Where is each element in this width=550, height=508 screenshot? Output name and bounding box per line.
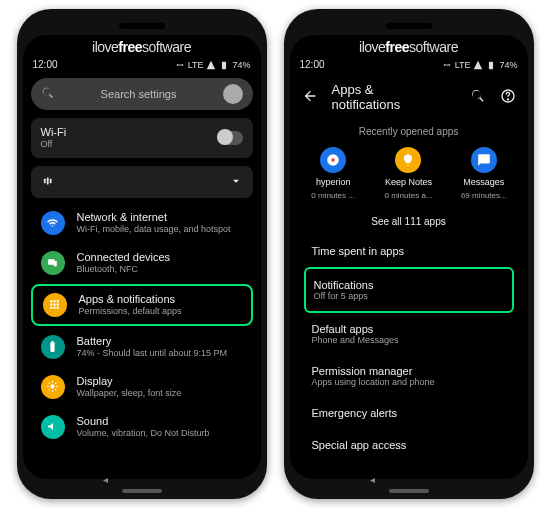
app-icon [395, 147, 421, 173]
row-subtitle: 74% - Should last until about 9:15 PM [77, 348, 228, 359]
apps-row-time-spent-in-apps[interactable]: Time spent in apps [304, 235, 514, 267]
row-subtitle: Apps using location and phone [312, 377, 506, 387]
page-header: Apps & notifications [290, 74, 528, 120]
row-title: Connected devices [77, 251, 171, 264]
avatar[interactable] [223, 84, 243, 104]
settings-list: Network & internetWi-Fi, mobile, data us… [23, 202, 261, 479]
svg-rect-10 [57, 301, 59, 303]
battery-icon [41, 335, 65, 359]
row-subtitle: Bluetooth, NFC [77, 264, 171, 275]
row-title: Notifications [314, 279, 504, 291]
back-icon[interactable]: ◂ [103, 474, 108, 485]
wifi-label: Wi-Fi [41, 126, 67, 139]
row-title: Default apps [312, 323, 506, 335]
wifi-quick-toggle[interactable]: Wi-Fi Off [31, 118, 253, 158]
display-icon [41, 375, 65, 399]
status-bar: 12:00 LTE 74% [290, 57, 528, 74]
wifi-icon [41, 211, 65, 235]
app-usage: 0 minutes a... [384, 191, 432, 200]
row-title: Special app access [312, 439, 506, 451]
row-subtitle: Phone and Messages [312, 335, 506, 345]
brand: ilovefreesoftware [290, 35, 528, 57]
svg-point-24 [507, 98, 508, 99]
svg-rect-12 [53, 304, 55, 306]
svg-rect-9 [53, 301, 55, 303]
row-title: Display [77, 375, 182, 388]
apps-row-emergency-alerts[interactable]: Emergency alerts [304, 397, 514, 429]
svg-rect-15 [53, 307, 55, 309]
row-title: Apps & notifications [79, 293, 182, 306]
row-title: Time spent in apps [312, 245, 506, 257]
chevron-down-icon [229, 174, 243, 190]
volume-quick-row[interactable] [31, 166, 253, 198]
apps-notifications-list: Time spent in appsNotificationsOff for 5… [290, 235, 528, 461]
app-icon [471, 147, 497, 173]
search-settings[interactable]: Search settings [31, 78, 253, 110]
recent-app-keep-notes[interactable]: Keep Notes0 minutes a... [378, 147, 438, 200]
svg-rect-14 [50, 307, 52, 309]
volume-icon [41, 174, 55, 190]
row-title: Battery [77, 335, 228, 348]
svg-rect-16 [57, 307, 59, 309]
settings-row-devices[interactable]: Connected devicesBluetooth, NFC [31, 244, 253, 282]
settings-row-wifi[interactable]: Network & internetWi-Fi, mobile, data us… [31, 204, 253, 242]
status-bar: 12:00 LTE 74% [23, 57, 261, 74]
svg-point-26 [331, 158, 335, 162]
svg-rect-4 [46, 177, 48, 184]
app-usage: 69 minutes... [461, 191, 507, 200]
status-time: 12:00 [33, 59, 58, 70]
search-placeholder: Search settings [67, 88, 211, 100]
status-icons: LTE 74% [175, 60, 251, 70]
search-icon[interactable] [470, 88, 486, 107]
apps-row-permission-manager[interactable]: Permission managerApps using location an… [304, 355, 514, 397]
app-name: Keep Notes [385, 177, 432, 187]
wifi-toggle[interactable] [217, 131, 243, 145]
see-all-apps[interactable]: See all 111 apps [290, 206, 528, 235]
back-icon[interactable] [302, 88, 318, 107]
android-navbar: ◂ [284, 474, 534, 485]
app-name: Messages [463, 177, 504, 187]
back-icon[interactable]: ◂ [370, 474, 375, 485]
recent-app-hyperion[interactable]: hyperion0 minutes ... [303, 147, 363, 200]
settings-row-battery[interactable]: Battery74% - Should last until about 9:1… [31, 328, 253, 366]
brand: ilovefreesoftware [23, 35, 261, 57]
svg-rect-17 [50, 343, 54, 353]
svg-rect-7 [54, 261, 57, 266]
status-time: 12:00 [300, 59, 325, 70]
row-subtitle: Volume, vibration, Do Not Disturb [77, 428, 210, 439]
svg-rect-22 [489, 61, 493, 68]
settings-row-display[interactable]: DisplayWallpaper, sleep, font size [31, 368, 253, 406]
search-icon [41, 86, 55, 102]
settings-row-sound[interactable]: SoundVolume, vibration, Do Not Disturb [31, 408, 253, 446]
screen-settings: ilovefreesoftware 12:00 LTE 74% Search s… [23, 35, 261, 479]
svg-rect-5 [49, 179, 51, 184]
svg-rect-8 [50, 301, 52, 303]
android-navbar: ◂ [17, 474, 267, 485]
row-subtitle: Off for 5 apps [314, 291, 504, 301]
row-subtitle: Wi-Fi, mobile, data usage, and hotspot [77, 224, 231, 235]
recent-apps: hyperion0 minutes ...Keep Notes0 minutes… [290, 143, 528, 206]
screen-apps-notifications: ilovefreesoftware 12:00 LTE 74% Apps & n… [290, 35, 528, 479]
status-icons: LTE 74% [442, 60, 518, 70]
recent-apps-label: Recently opened apps [290, 120, 528, 143]
help-icon[interactable] [500, 88, 516, 107]
apps-icon [43, 293, 67, 317]
app-usage: 0 minutes ... [311, 191, 355, 200]
row-title: Sound [77, 415, 210, 428]
row-subtitle: Wallpaper, sleep, font size [77, 388, 182, 399]
row-title: Permission manager [312, 365, 506, 377]
recent-app-messages[interactable]: Messages69 minutes... [454, 147, 514, 200]
settings-row-apps[interactable]: Apps & notificationsPermissions, default… [31, 284, 253, 326]
apps-row-default-apps[interactable]: Default appsPhone and Messages [304, 313, 514, 355]
sound-icon [41, 415, 65, 439]
wifi-status: Off [41, 139, 67, 150]
app-icon [320, 147, 346, 173]
svg-rect-11 [50, 304, 52, 306]
apps-row-special-app-access[interactable]: Special app access [304, 429, 514, 461]
svg-rect-3 [43, 179, 45, 184]
row-title: Emergency alerts [312, 407, 506, 419]
app-name: hyperion [316, 177, 351, 187]
apps-row-notifications[interactable]: NotificationsOff for 5 apps [304, 267, 514, 313]
phone-right: ilovefreesoftware 12:00 LTE 74% Apps & n… [284, 9, 534, 499]
page-title: Apps & notifications [332, 82, 442, 112]
